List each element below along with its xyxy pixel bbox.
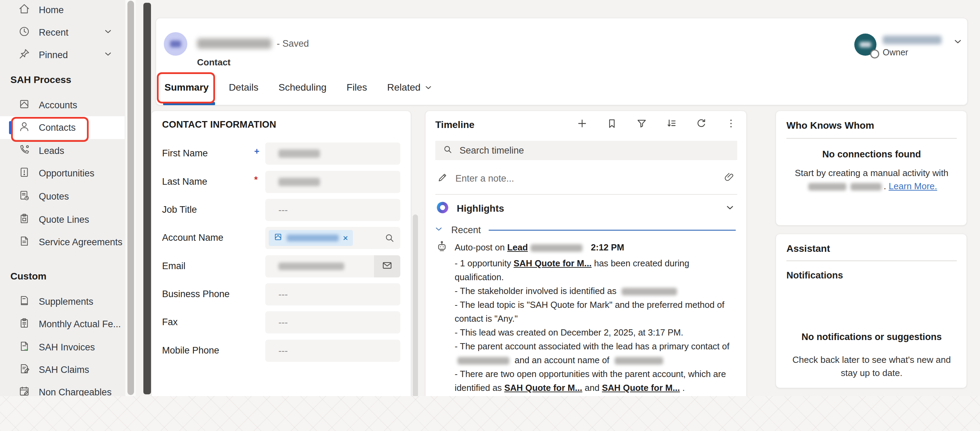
- recent-label: Recent: [451, 225, 481, 236]
- tab-files[interactable]: Files: [345, 82, 369, 93]
- sidebar-section-sah-process: SAH Process: [10, 70, 125, 90]
- remove-lookup-icon[interactable]: ×: [343, 233, 348, 244]
- recent-group-row[interactable]: Recent: [434, 224, 737, 236]
- pinned-icon: [18, 48, 30, 62]
- chevron-down-icon: [420, 82, 433, 93]
- who-knows-whom-title: Who Knows Whom: [786, 120, 874, 131]
- no-notifications-title: No notifications or suggestions: [783, 332, 960, 342]
- timeline-entry-line: - There are two open opportunities with …: [455, 367, 734, 395]
- field-input-mobile-phone[interactable]: ---: [265, 340, 400, 362]
- timeline-search-icon: [443, 146, 453, 156]
- tab-summary[interactable]: Summary: [162, 82, 211, 93]
- record-tabs: SummaryDetailsSchedulingFilesRelated: [162, 79, 435, 96]
- recommended-plus-marker: +: [254, 146, 259, 157]
- recent-group-line: [488, 230, 736, 231]
- tab-related[interactable]: Related: [385, 82, 435, 93]
- sidebar-item-recent[interactable]: Recent: [0, 21, 125, 44]
- tab-label: Details: [229, 82, 259, 93]
- no-connections-title: No connections found: [783, 149, 960, 160]
- redacted-avatar-initials: [170, 40, 181, 48]
- sidebar-nav: HomeRecentPinnedSAH ProcessAccountsConta…: [0, 0, 136, 431]
- email-button[interactable]: [374, 255, 400, 277]
- sidebar-item-leads[interactable]: Leads: [0, 139, 125, 162]
- highlights-chevron-down-icon[interactable]: [725, 202, 735, 215]
- sidebar-item-sah-invoices[interactable]: SAH Invoices: [0, 336, 125, 359]
- tab-details[interactable]: Details: [227, 82, 261, 93]
- timeline-search-placeholder: Search timeline: [460, 145, 524, 156]
- paperclip-icon[interactable]: [724, 172, 735, 185]
- sidebar-item-label: Opportunities: [39, 168, 94, 179]
- account-icon: [274, 233, 283, 244]
- wkw-body-text: Start by creating a manual activity with: [795, 168, 948, 178]
- field-input-email[interactable]: [265, 255, 400, 277]
- highlights-row[interactable]: Highlights: [435, 200, 737, 217]
- funnel-button[interactable]: [636, 118, 647, 130]
- field-input-job-title[interactable]: ---: [265, 199, 400, 221]
- sidebar-item-quote-lines[interactable]: Quote Lines: [0, 208, 125, 231]
- contacts-icon: [18, 121, 30, 135]
- redacted-name: [530, 244, 582, 252]
- field-input-last-name[interactable]: [265, 171, 400, 193]
- record-link[interactable]: SAH Quote for M...: [514, 258, 592, 268]
- sidebar-scrollbar-thumb[interactable]: [127, 1, 134, 395]
- chevron-down-icon: [103, 51, 113, 61]
- timeline-search-input[interactable]: Search timeline: [435, 141, 737, 160]
- timeline-card: Timeline Search timeline Enter a note...…: [425, 111, 746, 431]
- record-link[interactable]: SAH Quote for M...: [602, 383, 680, 393]
- chevron-down-icon[interactable]: [103, 27, 113, 39]
- form-scrollbar-thumb[interactable]: [413, 214, 418, 398]
- content-scrollbar[interactable]: [143, 3, 151, 395]
- home-icon: [18, 3, 30, 17]
- sidebar-item-monthly-actual-fe[interactable]: Monthly Actual Fe...: [0, 313, 125, 336]
- field-label-email: Email: [162, 261, 186, 271]
- sidebar-item-contacts[interactable]: Contacts: [0, 116, 125, 139]
- sidebar-item-sah-claims[interactable]: SAH Claims: [0, 358, 125, 381]
- field-label-last-name: Last Name: [162, 176, 207, 187]
- timeline-entry[interactable]: Auto-post on Lead2:12 PM- 1 opportunity …: [455, 241, 734, 395]
- refresh-button[interactable]: [696, 118, 707, 130]
- field-input-account-name[interactable]: ×: [265, 227, 400, 249]
- record-type-label: Contact: [197, 57, 231, 68]
- redacted-record-name: [197, 38, 272, 49]
- sidebar-item-service-agreements[interactable]: Service Agreements: [0, 231, 125, 254]
- sidebar-item-accounts[interactable]: Accounts: [0, 94, 125, 117]
- record-link[interactable]: SAH Quote for M...: [504, 383, 582, 393]
- sidebar-item-label: Quotes: [39, 191, 69, 202]
- redacted-name: [851, 183, 881, 190]
- owner-presence-icon: [870, 49, 879, 59]
- enter-note-input[interactable]: Enter a note...: [435, 168, 737, 189]
- sidebar-item-label: Leads: [39, 146, 64, 156]
- who-knows-whom-card: Who Knows Whom No connections found Star…: [776, 111, 967, 225]
- learn-more-link[interactable]: Learn More.: [889, 181, 937, 191]
- plus-button[interactable]: [577, 118, 588, 130]
- more-vertical-button[interactable]: [725, 118, 737, 130]
- field-label-mobile-phone: Mobile Phone: [162, 345, 219, 356]
- bookmark-button[interactable]: [606, 118, 617, 130]
- sidebar-item-opportunities[interactable]: Opportunities: [0, 162, 125, 185]
- tab-scheduling[interactable]: Scheduling: [276, 82, 329, 93]
- record-link[interactable]: Lead: [508, 242, 528, 252]
- expand-list-button[interactable]: [666, 118, 677, 130]
- sidebar-item-label: Recent: [39, 27, 68, 38]
- timeline-timestamp: 2:12 PM: [591, 242, 624, 252]
- sidebar-item-home[interactable]: Home: [0, 0, 125, 21]
- field-input-fax[interactable]: ---: [265, 311, 400, 333]
- required-asterisk-marker: *: [254, 174, 258, 185]
- redacted-owner-name: [883, 36, 942, 44]
- tab-label: Summary: [164, 82, 209, 93]
- timeline-text: - This lead was created on December 2, 2…: [455, 328, 683, 337]
- bottom-fade-strip: [0, 396, 980, 431]
- opportunities-icon: [18, 166, 30, 181]
- chevron-down-icon[interactable]: [103, 49, 113, 61]
- field-input-business-phone[interactable]: ---: [265, 283, 400, 306]
- sidebar-item-quotes[interactable]: Quotes: [0, 185, 125, 208]
- copilot-icon: [435, 206, 450, 217]
- sidebar-item-pinned[interactable]: Pinned: [0, 44, 125, 67]
- field-input-first-name[interactable]: [265, 143, 400, 165]
- record-save-status: - Saved: [277, 38, 309, 49]
- search-icon[interactable]: [384, 233, 395, 246]
- sidebar-item-supplements[interactable]: Supplements: [0, 290, 125, 313]
- account-lookup-pill[interactable]: ×: [269, 230, 353, 246]
- field-empty-value: ---: [278, 205, 288, 216]
- owner-chevron-down-icon[interactable]: [953, 36, 963, 48]
